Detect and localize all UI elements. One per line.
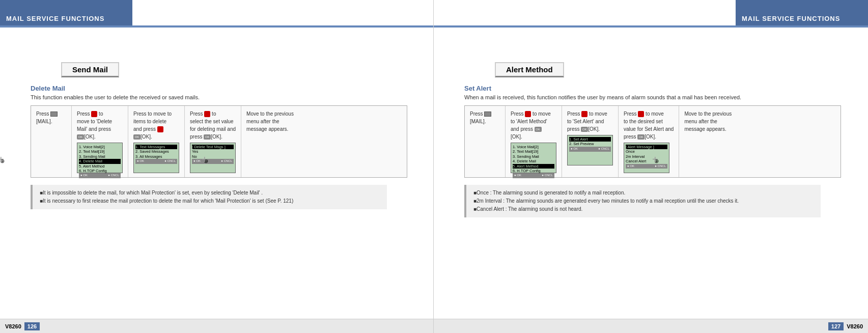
right-footer-pagenum: 127	[828, 322, 844, 330]
rscreen4-item2: Once	[626, 149, 667, 154]
mail-icon-r1	[484, 112, 491, 117]
nav-icon-r4	[638, 111, 644, 117]
left-section-title: Send Mail	[72, 65, 108, 74]
left-footer-pagenum: 126	[24, 322, 40, 330]
screen2-bottom: ● OK ● CNCL	[79, 173, 121, 178]
left-step-2: Press tomove to 'DeleteMail' and pressOK…	[72, 106, 128, 177]
screen4-cancel: ● CNCL	[221, 159, 232, 163]
left-step-5: Move to the previousmenu after themessag…	[241, 106, 307, 177]
left-step-5-text: Move to the previousmenu after themessag…	[246, 111, 294, 132]
screen4-item2: Yes	[192, 149, 234, 154]
screen2-item6: 6. H.TOP Config	[79, 169, 121, 173]
right-step-1: Press [MAIL].	[465, 106, 506, 177]
left-crosshair-left: ⊕	[0, 158, 10, 168]
right-corner-accent	[746, 0, 756, 10]
right-steps-container: Press [MAIL]. Press to moveto 'Alert Met…	[464, 105, 841, 178]
right-step-4-text: Press to moveto the desired setvalue for…	[624, 111, 674, 140]
right-note-2: ■2m Interval : The alarming sounds are g…	[473, 197, 816, 205]
right-section-title: Alert Method	[506, 65, 553, 74]
right-step-5-text: Move to the previousmenu after themessag…	[684, 111, 732, 132]
nav-icon-2	[91, 111, 97, 117]
rscreen2-bottom: ● OK ● CNCL	[513, 173, 554, 178]
screen3-item3: 3. All Messages	[135, 154, 177, 159]
left-screen-3: 1. Text Messages 2. Saved Messages 3. Al…	[133, 143, 179, 173]
left-crosshair-center: ⊕	[204, 158, 214, 168]
rscreen3-item1: 1. Set Alert	[569, 137, 611, 142]
left-screen-2: 1. Voice Mail[2] 2. Text Mail[19] 3. Sen…	[77, 143, 123, 173]
right-step-1-text: Press [MAIL].	[470, 111, 491, 124]
left-step-2-text: Press tomove to 'DeleteMail' and pressOK…	[77, 111, 112, 140]
right-page: MAIL SERVICE FUNCTIONS Alert Method Set …	[434, 0, 868, 333]
ok-btn-2: OK	[77, 134, 84, 140]
rscreen2-item3: 3. Sending Mail	[513, 154, 554, 159]
right-description: When a mail is received, this function n…	[464, 94, 821, 100]
left-step-3: Press to move toitems to deleteand press…	[128, 106, 185, 177]
right-header-text: MAIL SERVICE FUNCTIONS	[742, 15, 840, 22]
nav-icon-r2	[525, 111, 531, 117]
screen2-item3: 3. Sending Mail	[79, 154, 121, 159]
screen2-ok: ● OK	[80, 174, 88, 178]
left-subsection-title: Delete Mail	[31, 85, 433, 92]
screen3-item1: 1. Text Messages	[135, 145, 177, 149]
right-note-1: ■Once : The alarming sound is generated …	[473, 189, 816, 197]
right-step-3-text: Press to moveto 'Set Alert' andpress OK[…	[567, 111, 607, 132]
screen2-cancel: ● CNCL	[108, 174, 119, 178]
ok-btn-r2: OK	[535, 127, 542, 132]
ok-btn-4: OK	[204, 134, 211, 140]
right-note-3: ■Cancel Alert : The alarming sound is no…	[473, 205, 816, 213]
left-header-text: MAIL SERVICE FUNCTIONS	[6, 15, 104, 22]
left-footer-model: V8260	[5, 323, 21, 329]
right-screen-2: 1. Voice Mail[2] 2. Text Mail[19] 3. Sen…	[511, 143, 556, 173]
rscreen2-item4: 4. Delete Mail	[513, 159, 554, 163]
right-notes-box: ■Once : The alarming sound is generated …	[464, 185, 821, 217]
screen2-item1: 1. Voice Mail[2]	[79, 145, 121, 149]
left-description: This function enables the user to delete…	[31, 94, 387, 100]
left-step-1-text: Press [MAIL].	[36, 111, 58, 124]
screen4-item1: [ Delete Text Msgs ]	[192, 145, 234, 149]
left-step-4-text: Press toselect the set valuefor deleting…	[190, 111, 236, 140]
left-header-stripe	[0, 25, 433, 27]
right-footer: 127 V8260	[434, 319, 868, 333]
screen2-item2: 2. Text Mail[19]	[79, 149, 121, 154]
left-steps-container: Press [MAIL]. Press tomove to 'DeleteMai…	[31, 105, 407, 178]
right-step-5: Move to the previousmenu after themessag…	[679, 106, 745, 177]
rscreen3-bottom: ● OK ● CNCL	[569, 147, 611, 152]
screen2-item5: 5. Alert Method	[79, 164, 121, 169]
screen3-ok: ● OK	[137, 159, 144, 163]
ok-btn-r3: OK	[581, 127, 588, 132]
screen2-item4: 4. Delete Mail	[79, 159, 121, 163]
left-footer: V8260 126	[0, 319, 433, 333]
rscreen2-item6: 6. H.TOP Config	[513, 169, 554, 173]
right-section-title-box: Alert Method	[495, 62, 564, 77]
rscreen2-item2: 2. Text Mail[19]	[513, 149, 554, 154]
rscreen2-cancel: ● CNCL	[542, 174, 553, 178]
screen3-item2: 2. Saved Messages	[135, 149, 177, 154]
right-header-stripe	[434, 25, 868, 27]
nav-icon-4	[204, 111, 210, 117]
rscreen2-item1: 1. Voice Mail[2]	[513, 145, 554, 149]
screen4-ok: ● OK	[193, 159, 201, 163]
rscreen4-item1: [ Alert Message ]	[626, 145, 667, 149]
rscreen2-item5: 5. Alert Method	[513, 164, 554, 169]
left-step-3-text: Press to move toitems to deleteand press…	[133, 111, 172, 140]
right-step-2: Press to moveto 'Alert Method'and press …	[506, 106, 562, 177]
mail-icon-1	[50, 112, 58, 117]
left-corner-accent	[112, 0, 122, 10]
ok-btn-r4: OK	[637, 134, 645, 140]
rscreen4-ok: ● OK	[627, 164, 634, 169]
right-screen-3: 1. Set Alert 2. Set Preview ● OK ● CNCL	[567, 135, 613, 165]
left-notes-box: ■It is impossible to delete the mail, fo…	[31, 185, 387, 209]
left-note-2: ■It is necessary to first release the ma…	[40, 197, 382, 205]
rscreen3-item2: 2. Set Preview	[569, 142, 611, 146]
nav-icon-r3	[581, 111, 587, 117]
left-note-1: ■It is impossible to delete the mail, fo…	[40, 189, 382, 197]
left-section-title-box: Send Mail	[61, 62, 119, 77]
right-crosshair-center: ⊕	[654, 158, 664, 168]
right-footer-model: V8260	[847, 323, 863, 329]
screen3-cancel: ● CNCL	[164, 159, 176, 163]
rscreen2-ok: ● OK	[514, 174, 521, 178]
right-subsection-title: Set Alert	[464, 85, 868, 92]
left-step-1: Press [MAIL].	[31, 106, 72, 177]
nav-icon-3	[157, 126, 163, 132]
rscreen3-cancel: ● CNCL	[598, 147, 609, 151]
